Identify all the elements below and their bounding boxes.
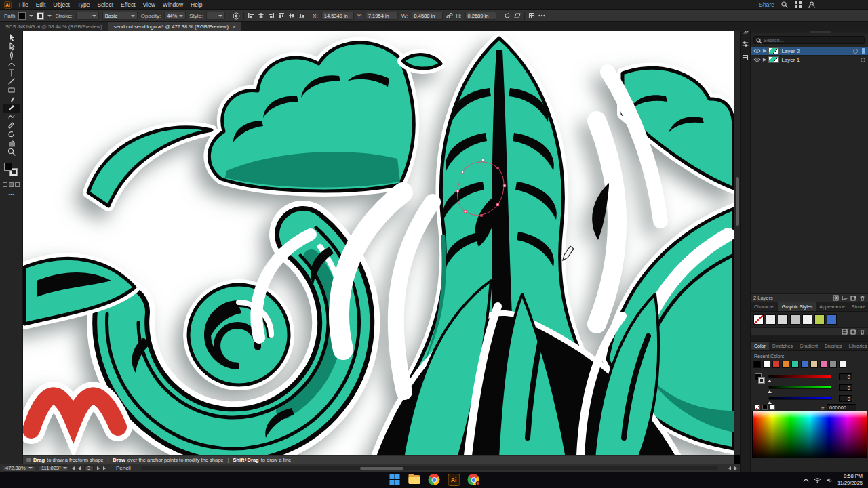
properties-panel-icon[interactable] xyxy=(742,41,749,47)
artboard-canvas[interactable] xyxy=(23,31,734,455)
recent-color-swatch[interactable] xyxy=(810,361,818,368)
align-top-icon[interactable] xyxy=(278,12,285,19)
prev-artboard-icon[interactable] xyxy=(78,466,81,470)
tray-clock[interactable]: 8:58 PM 11/29/2025 xyxy=(837,473,863,487)
style-swatch[interactable] xyxy=(814,314,825,325)
artboard-number-field[interactable]: 3 xyxy=(84,465,94,472)
tab-stroke[interactable]: Stroke xyxy=(848,302,868,311)
layer-name[interactable]: Layer 2 xyxy=(781,48,800,54)
tool-shaper[interactable] xyxy=(3,113,20,121)
rotation-select[interactable]: 111.023° xyxy=(39,465,68,472)
menu-type[interactable]: Type xyxy=(77,1,90,8)
menu-effect[interactable]: Effect xyxy=(121,1,136,8)
recent-color-swatch[interactable] xyxy=(772,361,780,368)
menu-help[interactable]: Help xyxy=(191,1,202,8)
black-color-icon[interactable] xyxy=(762,405,768,410)
tab-libraries[interactable]: Libraries xyxy=(846,342,868,350)
recent-color-swatch[interactable] xyxy=(753,361,761,368)
workspace-icon[interactable] xyxy=(795,1,802,8)
red-value-field[interactable]: 0 xyxy=(839,373,852,380)
tab-swatches[interactable]: Swatches xyxy=(769,342,796,350)
white-color-icon[interactable] xyxy=(770,405,775,410)
last-artboard-icon[interactable] xyxy=(103,466,106,470)
align-right-icon[interactable] xyxy=(268,12,275,19)
vertical-scrollbar[interactable] xyxy=(734,31,740,455)
none-color-icon[interactable] xyxy=(755,405,760,410)
rotate-field-icon[interactable] xyxy=(504,12,511,19)
tool-selection[interactable] xyxy=(3,33,20,42)
tab-graphic-styles[interactable]: Graphic Styles xyxy=(778,302,816,311)
stroke-swatch[interactable] xyxy=(37,12,44,20)
draw-normal-icon[interactable] xyxy=(3,182,7,187)
align-bottom-icon[interactable] xyxy=(298,12,305,19)
x-input[interactable]: 14.5349 in xyxy=(321,12,354,20)
filigree-sticker-art[interactable] xyxy=(24,38,734,455)
expand-chevron-icon[interactable]: ▶ xyxy=(763,48,766,54)
scroll-right-icon[interactable] xyxy=(734,466,737,470)
fill-color-swatch[interactable] xyxy=(4,163,12,171)
recent-color-swatch[interactable] xyxy=(820,361,827,368)
close-tab-icon[interactable]: × xyxy=(233,24,236,30)
delete-layer-icon[interactable] xyxy=(859,295,865,301)
recent-color-swatch[interactable] xyxy=(801,361,808,368)
recent-color-swatch[interactable] xyxy=(763,361,770,368)
tool-paintbrush[interactable] xyxy=(3,95,20,104)
layer-row-layer2[interactable]: ▶ Layer 2 xyxy=(751,47,868,56)
link-dimensions-icon[interactable] xyxy=(446,12,453,19)
menu-view[interactable]: View xyxy=(143,1,155,8)
tool-curvature[interactable] xyxy=(3,60,20,68)
tab-color[interactable]: Color xyxy=(751,342,769,350)
tool-eraser[interactable] xyxy=(3,121,20,130)
chrome-icon[interactable] xyxy=(428,473,441,486)
doc-tab-send-cut-send[interactable]: send cut send logo.ai* @ 472.38 % (RGB/P… xyxy=(108,22,241,31)
menu-file[interactable]: File xyxy=(19,1,28,8)
tool-rotate[interactable] xyxy=(3,130,20,139)
layer-row-layer1[interactable]: ▶ Layer 1 xyxy=(751,56,868,64)
tab-character[interactable]: Character xyxy=(751,302,778,311)
recent-color-swatch[interactable] xyxy=(829,361,837,368)
delete-style-icon[interactable] xyxy=(859,329,865,335)
tool-zoom[interactable] xyxy=(3,148,20,157)
styles-libraries-icon[interactable] xyxy=(842,329,848,335)
menu-edit[interactable]: Edit xyxy=(36,1,46,8)
new-style-icon[interactable] xyxy=(850,329,856,335)
tool-line-segment[interactable] xyxy=(3,77,20,86)
y-input[interactable]: 7.1954 in xyxy=(366,12,398,20)
doc-tab-scs-inking[interactable]: SCS INKING.ai @ 58.44 % (RGB/Preview) xyxy=(0,22,108,31)
style-swatch[interactable] xyxy=(778,314,788,325)
align-left-icon[interactable] xyxy=(248,12,254,19)
width-input[interactable]: 0.4588 in xyxy=(412,12,443,20)
layer-target-icon[interactable] xyxy=(861,58,865,62)
fill-stroke-widget[interactable] xyxy=(3,162,20,178)
style-swatch[interactable] xyxy=(790,314,800,325)
visibility-eye-icon[interactable] xyxy=(753,57,761,62)
align-middle-icon[interactable] xyxy=(288,12,295,19)
more-options-icon[interactable] xyxy=(538,14,545,17)
blue-value-field[interactable]: 0 xyxy=(839,395,852,402)
visibility-eye-icon[interactable] xyxy=(753,48,761,54)
illustrator-taskbar-icon[interactable]: Ai xyxy=(448,473,460,486)
first-artboard-icon[interactable] xyxy=(72,466,75,470)
tab-gradient[interactable]: Gradient xyxy=(796,342,821,350)
share-button[interactable]: Share xyxy=(759,1,774,8)
opacity-select[interactable]: 44% xyxy=(164,12,186,20)
next-artboard-icon[interactable] xyxy=(97,466,100,470)
stroke-weight-select[interactable] xyxy=(76,12,99,20)
tray-chevron-icon[interactable] xyxy=(803,478,809,482)
tab-appearance[interactable]: Appearance xyxy=(816,302,848,311)
start-button[interactable] xyxy=(389,473,401,486)
tool-rectangle[interactable] xyxy=(3,86,20,95)
layers-search-input[interactable] xyxy=(753,36,865,44)
green-slider[interactable] xyxy=(768,386,832,389)
new-sublayer-icon[interactable] xyxy=(842,295,848,301)
draw-inside-icon[interactable] xyxy=(15,182,20,187)
volume-icon[interactable] xyxy=(826,477,833,483)
libraries-panel-icon[interactable] xyxy=(742,54,749,61)
align-center-icon[interactable] xyxy=(258,12,264,19)
layer-thumbnail[interactable] xyxy=(768,47,779,54)
tool-hand[interactable] xyxy=(3,139,20,148)
height-input[interactable]: 0.2689 in xyxy=(465,12,496,20)
tab-brushes[interactable]: Brushes xyxy=(821,342,846,350)
layer-name[interactable]: Layer 1 xyxy=(781,57,800,63)
mixer-stroke-swatch[interactable] xyxy=(758,377,765,384)
